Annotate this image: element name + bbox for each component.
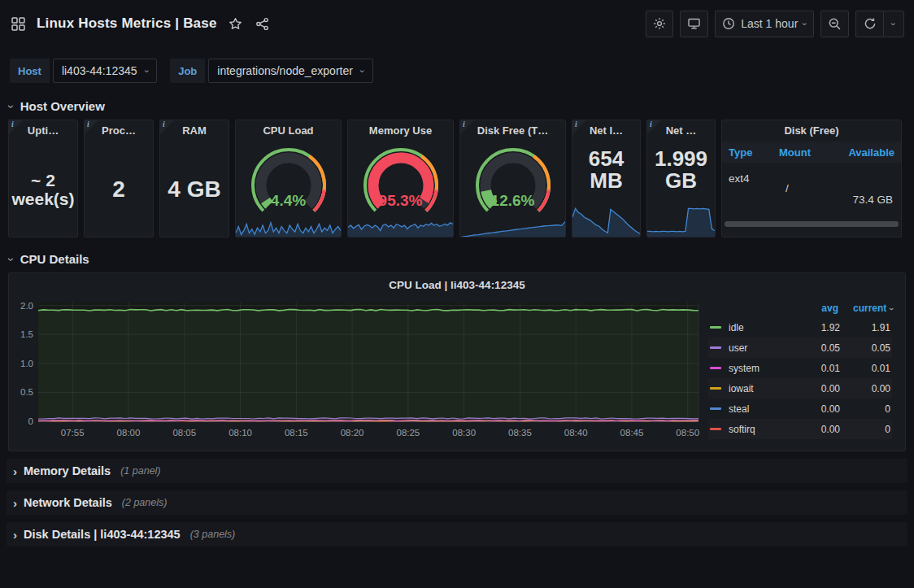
sparkline	[348, 212, 453, 237]
timeseries-plot[interactable]: 2.01.51.00.5007:5508:0008:0508:1008:1508…	[9, 298, 707, 449]
info-icon: i	[163, 120, 165, 128]
tv-mode-button[interactable]	[680, 11, 708, 37]
svg-text:08:10: 08:10	[228, 428, 252, 438]
panel-processes[interactable]: i Proc… 2	[84, 120, 154, 237]
chevron-right-icon: ›	[13, 464, 17, 478]
panel-title: CPU Load	[236, 120, 341, 142]
row-host-overview[interactable]: › Host Overview	[10, 99, 904, 113]
job-variable-select[interactable]: integrations/node_exporter ›	[208, 59, 372, 83]
legend-column-current[interactable]: current ›	[838, 303, 892, 314]
series-avg: 0.01	[801, 363, 840, 374]
stat-value: ~ 2 week(s)	[9, 142, 77, 237]
series-current: 1.91	[840, 322, 890, 333]
refresh-button[interactable]	[855, 11, 883, 37]
svg-text:08:20: 08:20	[341, 428, 364, 438]
sparkline	[460, 211, 565, 237]
panel-net-out[interactable]: i Net … 1.999 GB	[646, 120, 716, 237]
dashboard-settings-button[interactable]	[646, 11, 673, 37]
series-current: 0.01	[840, 363, 890, 374]
chevron-down-icon: ›	[889, 22, 898, 25]
timeseries-canvas: 2.01.51.00.5007:5508:0008:0508:1008:1508…	[9, 298, 707, 442]
series-color-swatch	[710, 367, 721, 369]
legend-row-system[interactable]: system0.010.01	[708, 358, 892, 378]
panel-ram[interactable]: i RAM 4 GB	[159, 120, 229, 237]
host-variable-label: Host	[10, 59, 50, 83]
legend-row-steal[interactable]: steal0.000	[708, 399, 892, 419]
svg-text:08:30: 08:30	[452, 428, 476, 438]
section-title: CPU Details	[20, 252, 89, 266]
svg-text:08:35: 08:35	[508, 428, 532, 438]
row-cpu-details[interactable]: › CPU Details	[10, 252, 904, 266]
host-variable-value: li403-44:12345	[62, 64, 137, 77]
svg-text:08:00: 08:00	[117, 428, 141, 438]
info-icon: i	[650, 120, 652, 128]
svg-text:08:50: 08:50	[676, 428, 699, 438]
legend-column-avg[interactable]: avg	[799, 303, 838, 314]
stat-value: 2	[85, 142, 153, 237]
panel-net-in[interactable]: i Net I… 654 MB	[572, 120, 641, 237]
legend-row-softirq[interactable]: softirq0.000	[708, 419, 892, 439]
horizontal-scrollbar[interactable]	[725, 221, 899, 227]
series-avg: 0.00	[801, 383, 840, 394]
panel-disk-free-gauge[interactable]: i Disk Free (T… 12.6%	[459, 120, 566, 237]
svg-text:08:40: 08:40	[564, 428, 588, 438]
panel-uptime[interactable]: i Upti… ~ 2 week(s)	[8, 120, 78, 237]
info-icon: i	[87, 120, 89, 128]
table-row: ext4 / 73.4 GB	[722, 163, 901, 229]
legend-row-iowait[interactable]: iowait0.000.00	[708, 378, 892, 399]
time-range-label: Last 1 hour	[741, 17, 798, 30]
zoom-out-button[interactable]	[820, 11, 849, 37]
row-memory-details[interactable]: › Memory Details (1 panel)	[7, 459, 907, 483]
stat-value: 1.999 GB	[650, 148, 713, 193]
column-header-type[interactable]: Type	[722, 146, 773, 159]
series-avg: 0.05	[801, 342, 840, 354]
svg-text:07:55: 07:55	[61, 428, 85, 438]
column-header-available[interactable]: Available	[831, 146, 901, 159]
gauge-value: 4.4%	[236, 192, 341, 210]
svg-text:08:25: 08:25	[396, 428, 420, 438]
legend-row-user[interactable]: user0.050.05	[708, 338, 892, 358]
sparkline	[647, 198, 715, 237]
zoom-out-icon	[828, 17, 842, 31]
series-name: steal	[729, 403, 801, 415]
panel-cpu-load-timeseries[interactable]: CPU Load | li403-44:12345 2.01.51.00.500…	[8, 272, 906, 451]
info-icon: i	[11, 120, 14, 128]
sparkline	[572, 198, 640, 237]
series-current: 0	[840, 403, 890, 415]
svg-text:08:45: 08:45	[620, 428, 644, 438]
panel-memory-use-gauge[interactable]: Memory Use 95.3%	[347, 120, 454, 237]
series-name: idle	[729, 322, 801, 333]
host-variable-select[interactable]: li403-44:12345 ›	[53, 59, 157, 83]
series-name: system	[729, 363, 801, 374]
svg-text:08:15: 08:15	[285, 428, 308, 438]
info-icon: i	[463, 120, 465, 128]
top-bar: Linux Hosts Metrics | Base	[0, 0, 914, 47]
legend-row-idle[interactable]: idle1.921.91	[708, 317, 892, 338]
gauge-value: 12.6%	[460, 192, 565, 210]
panel-title: Disk (Free)	[722, 120, 901, 142]
dashboard-grid-icon[interactable]	[10, 15, 27, 33]
job-variable-label: Job	[170, 59, 205, 83]
panel-title: CPU Load | li403-44:12345	[9, 273, 905, 298]
cell-available: 73.4 GB	[852, 194, 893, 206]
panel-cpu-load-gauge[interactable]: CPU Load 4.4%	[235, 120, 342, 237]
svg-text:1.5: 1.5	[20, 329, 33, 339]
table-header-row: Type Mount Available	[722, 142, 901, 163]
share-icon[interactable]	[254, 15, 271, 33]
row-network-details[interactable]: › Network Details (2 panels)	[7, 490, 907, 515]
series-color-swatch	[710, 346, 721, 349]
gauge-value: 95.3%	[348, 192, 453, 210]
panel-disk-free-table[interactable]: Disk (Free) Type Mount Available ext4 / …	[721, 120, 902, 237]
row-disk-details[interactable]: › Disk Details | li403-44:12345 (3 panel…	[7, 522, 907, 547]
chevron-down-icon: ›	[358, 69, 367, 72]
series-name: user	[729, 342, 801, 354]
svg-text:0: 0	[28, 416, 33, 426]
time-range-picker[interactable]: Last 1 hour ›	[715, 11, 814, 37]
job-variable-value: integrations/node_exporter	[217, 64, 353, 77]
column-header-mount[interactable]: Mount	[773, 146, 831, 159]
svg-text:2.0: 2.0	[20, 301, 33, 311]
refresh-interval-dropdown[interactable]: ›	[883, 11, 904, 37]
row-panel-count: (2 panels)	[122, 497, 168, 508]
chevron-down-icon: ›	[886, 307, 894, 310]
star-icon[interactable]	[227, 15, 244, 33]
